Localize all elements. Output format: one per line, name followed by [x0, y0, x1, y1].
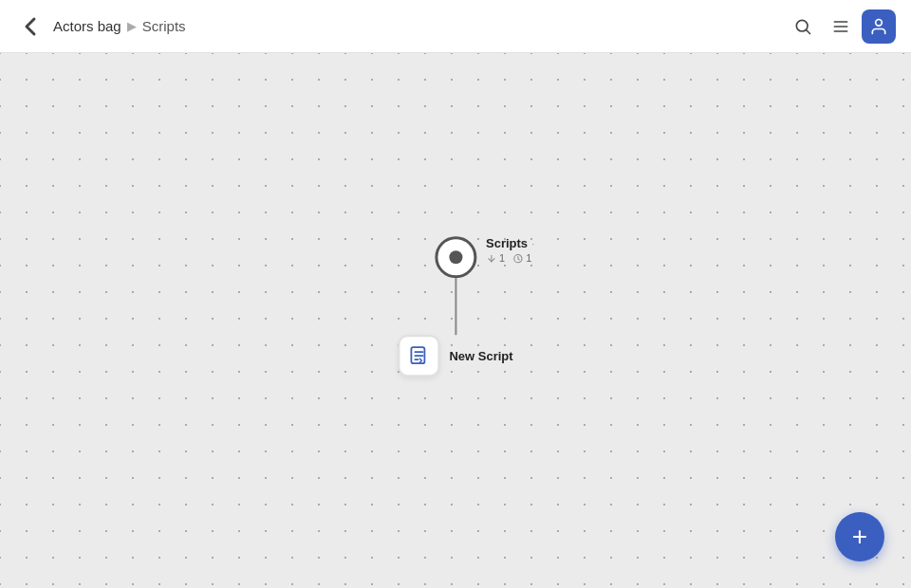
node-container: Scripts · 1 [398, 236, 512, 377]
scripts-label-area: Scripts · 1 [486, 236, 535, 264]
breadcrumb-current: Scripts [142, 18, 186, 34]
meta-version: 1 [486, 252, 505, 264]
breadcrumb-separator: ▶ [127, 19, 137, 33]
header-right [786, 9, 896, 44]
header: Actors bag ▶ Scripts [0, 0, 911, 53]
fab-button[interactable]: + [835, 512, 884, 561]
breadcrumb-parent[interactable]: Actors bag [53, 18, 121, 34]
scripts-node[interactable]: Scripts · 1 [435, 236, 476, 278]
new-script-node[interactable]: New Script [398, 335, 512, 377]
canvas: Scripts · 1 [0, 53, 911, 588]
new-script-box[interactable] [398, 335, 439, 377]
search-button[interactable] [786, 9, 820, 44]
new-script-label: New Script [449, 349, 512, 363]
scripts-circle[interactable] [435, 236, 476, 278]
back-button[interactable] [15, 11, 46, 42]
breadcrumb: Actors bag ▶ Scripts [53, 18, 186, 34]
avatar-button[interactable] [862, 9, 896, 44]
connector-line [455, 278, 456, 335]
scripts-label-name: Scripts · [486, 236, 535, 250]
scripts-circle-inner [449, 250, 462, 264]
menu-button[interactable] [824, 9, 858, 44]
meta-time: 1 [512, 252, 531, 264]
header-left: Actors bag ▶ Scripts [15, 11, 186, 42]
svg-point-5 [876, 19, 883, 26]
svg-line-1 [807, 29, 810, 33]
scripts-label-meta: 1 1 [486, 252, 535, 264]
